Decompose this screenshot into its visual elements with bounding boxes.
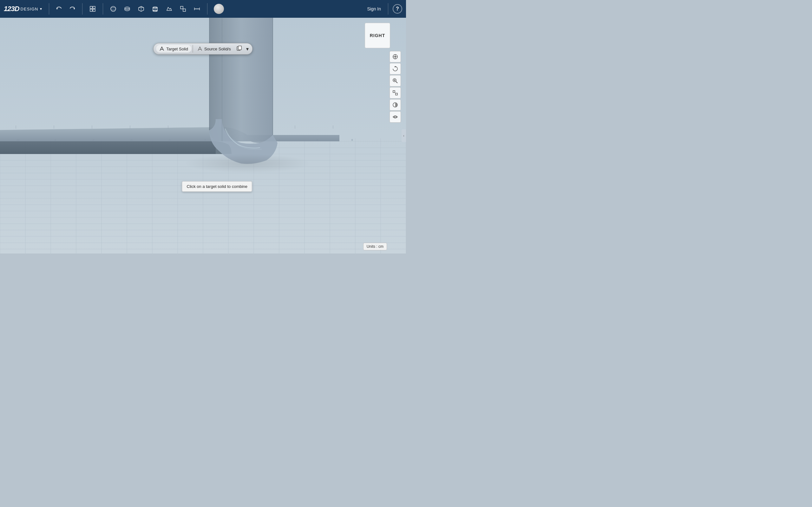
svg-rect-95 bbox=[396, 93, 397, 95]
target-solid-label: Target Solid bbox=[166, 47, 188, 51]
primitive-torus-button[interactable] bbox=[121, 4, 133, 14]
viewport: -10 -8 -6 -4 -2 0 2 4 6 8 bbox=[0, 18, 406, 253]
transform-button[interactable] bbox=[177, 4, 189, 14]
logo-dropdown-icon[interactable]: ▾ bbox=[40, 7, 42, 11]
svg-rect-3 bbox=[93, 6, 95, 9]
svg-rect-5 bbox=[93, 9, 95, 11]
grid-snap-button[interactable] bbox=[87, 4, 98, 14]
svg-rect-17 bbox=[183, 9, 186, 11]
pan-tool-button[interactable] bbox=[390, 51, 401, 62]
undo-button[interactable] bbox=[54, 4, 64, 14]
nav-divider-5 bbox=[388, 3, 388, 14]
navbar: 123D DESIGN ▾ bbox=[0, 0, 406, 18]
units-text: Units : cm bbox=[367, 244, 384, 249]
help-button[interactable]: ? bbox=[393, 4, 402, 14]
svg-marker-1 bbox=[73, 8, 75, 9]
nav-divider-3 bbox=[103, 3, 103, 14]
svg-rect-16 bbox=[181, 6, 183, 9]
logo-design: DESIGN bbox=[20, 7, 38, 11]
primitive-cylinder-button[interactable] bbox=[149, 4, 161, 14]
combine-dropdown-button[interactable]: ▾ bbox=[245, 45, 250, 53]
primitive-sphere-button[interactable] bbox=[107, 4, 119, 14]
target-solid-button[interactable]: Target Solid bbox=[156, 45, 191, 53]
measure-button[interactable] bbox=[191, 4, 203, 14]
sign-in-button[interactable]: Sign In bbox=[364, 5, 384, 13]
svg-marker-0 bbox=[56, 8, 58, 9]
view-tool-button[interactable] bbox=[390, 111, 401, 123]
material-sphere-button[interactable] bbox=[214, 4, 224, 14]
logo-123d: 123D bbox=[4, 5, 19, 13]
logo-area: 123D DESIGN ▾ bbox=[4, 5, 42, 13]
combine-copy-button[interactable] bbox=[235, 45, 244, 53]
view-cube-label: RIGHT bbox=[370, 33, 386, 38]
combine-divider bbox=[193, 45, 193, 53]
svg-line-96 bbox=[395, 93, 396, 93]
svg-rect-94 bbox=[393, 91, 395, 93]
source-solid-button[interactable]: Source Solid/s bbox=[194, 45, 234, 53]
tooltip-text: Click on a target solid to combine bbox=[187, 184, 247, 189]
zoom-tool-button[interactable] bbox=[390, 75, 401, 87]
units-label: Units : cm bbox=[363, 243, 387, 250]
svg-rect-4 bbox=[90, 9, 92, 11]
primitive-box-button[interactable] bbox=[136, 4, 147, 14]
svg-point-88 bbox=[395, 56, 396, 57]
nav-divider-1 bbox=[49, 3, 49, 14]
right-toolbar bbox=[390, 51, 401, 123]
view-cube[interactable]: RIGHT bbox=[365, 23, 390, 48]
svg-rect-2 bbox=[90, 6, 92, 9]
svg-rect-84 bbox=[239, 46, 242, 50]
source-solid-label: Source Solid/s bbox=[204, 47, 231, 51]
svg-text:8: 8 bbox=[351, 138, 353, 141]
redo-button[interactable] bbox=[67, 4, 78, 14]
svg-point-98 bbox=[394, 116, 396, 118]
orbit-tool-button[interactable] bbox=[390, 63, 401, 74]
appearance-tool-button[interactable] bbox=[390, 99, 401, 111]
nav-divider-4 bbox=[207, 3, 207, 14]
combine-toolbar: Target Solid Source Solid/s ▾ bbox=[153, 43, 252, 55]
sketch-button[interactable] bbox=[163, 4, 175, 14]
svg-point-6 bbox=[111, 6, 116, 11]
svg-point-73 bbox=[184, 154, 311, 173]
combine-icon-area: ▾ bbox=[235, 45, 250, 53]
svg-point-7 bbox=[111, 8, 116, 10]
collapse-tab[interactable]: ‹ bbox=[402, 129, 406, 142]
svg-line-91 bbox=[396, 81, 397, 83]
tooltip: Click on a target solid to combine bbox=[182, 181, 252, 192]
nav-divider-2 bbox=[82, 3, 83, 14]
fit-tool-button[interactable] bbox=[390, 87, 401, 99]
